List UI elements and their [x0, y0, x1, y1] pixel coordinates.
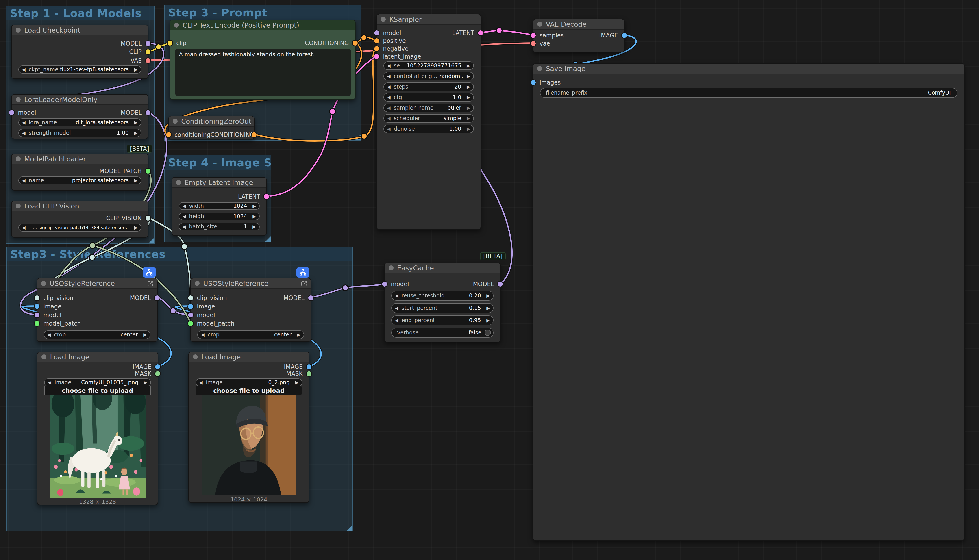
widget-decrement-arrow-icon[interactable]: ◀ [384, 73, 394, 79]
reroute-dot[interactable] [361, 133, 367, 139]
widget-increment-arrow-icon[interactable]: ▶ [249, 224, 259, 229]
node-easycache[interactable]: EasyCachemodelMODEL◀reuse_threshold0.20▶… [384, 263, 501, 342]
output-slot-IMAGE[interactable] [307, 364, 312, 369]
input-slot-vae[interactable] [531, 41, 536, 46]
widget-increment-arrow-icon[interactable]: ▶ [464, 95, 474, 100]
input-slot-model_patch[interactable] [35, 321, 40, 326]
reroute-dot[interactable] [496, 28, 502, 33]
node-lora-loader[interactable]: LoraLoaderModelOnlymodelMODEL◀lora_named… [11, 94, 148, 139]
widget-image[interactable]: ◀imageComfyUI_01035_.png▶ [44, 378, 151, 387]
node-uso-style-reference-2[interactable]: USOStyleReferenceclip_visionimagemodelmo… [190, 278, 311, 342]
node-load-checkpoint[interactable]: Load CheckpointMODELCLIPVAE◀ckpt_nameflu… [11, 25, 148, 79]
choose-file-button[interactable]: choose file to upload [44, 386, 151, 395]
node-conditioning-zero-out[interactable]: ConditioningZeroOutconditioningCONDITION… [168, 116, 255, 140]
widget-increment-arrow-icon[interactable]: ▶ [464, 73, 474, 79]
choose-file-button[interactable]: choose file to upload [195, 386, 302, 395]
node-collapse-dot[interactable] [537, 66, 542, 71]
widget-decrement-arrow-icon[interactable]: ◀ [45, 380, 55, 385]
node-collapse-dot[interactable] [173, 119, 178, 124]
node-vae-decode[interactable]: VAE DecodesamplesvaeIMAGE [533, 19, 625, 52]
widget-increment-arrow-icon[interactable]: ▶ [464, 84, 474, 90]
widget-decrement-arrow-icon[interactable]: ◀ [196, 380, 206, 385]
widget-crop[interactable]: ◀cropcenter▶ [44, 330, 150, 339]
widget-increment-arrow-icon[interactable]: ▶ [483, 293, 493, 298]
input-slot-conditioning[interactable] [166, 132, 171, 137]
toggle-knob[interactable] [485, 330, 491, 336]
output-slot-MODEL[interactable] [145, 110, 150, 115]
widget-increment-arrow-icon[interactable]: ▶ [292, 380, 302, 385]
widget-increment-arrow-icon[interactable]: ▶ [131, 178, 141, 183]
output-slot-MASK[interactable] [307, 371, 312, 376]
widget-decrement-arrow-icon[interactable]: ◀ [179, 224, 189, 229]
reroute-dot[interactable] [361, 35, 367, 40]
group-resize-handle[interactable] [347, 525, 352, 531]
output-slot-CLIP[interactable] [145, 49, 150, 54]
node-collapse-dot[interactable] [41, 281, 46, 286]
widget-decrement-arrow-icon[interactable]: ◀ [384, 126, 394, 132]
output-slot-VAE[interactable] [145, 58, 150, 63]
output-slot-MASK[interactable] [155, 371, 160, 376]
node-clip-text-encode[interactable]: CLIP Text Encode (Positive Prompt)clipCO… [170, 20, 356, 100]
node-collapse-dot[interactable] [16, 203, 21, 208]
widget-image[interactable]: ◀image0_2.png▶ [195, 378, 302, 387]
output-slot-IMAGE[interactable] [622, 33, 627, 38]
widget-width[interactable]: ◀width1024▶ [179, 202, 260, 210]
widget-sampler_name[interactable]: ◀sampler_nameeuler▶ [384, 103, 474, 112]
widget-value[interactable]: ◀... sigclip_vision_patch14_384.safetens… [18, 223, 141, 232]
input-slot-latent_image[interactable] [374, 54, 379, 59]
widget-strength_model[interactable]: ◀strength_model1.00▶ [18, 129, 141, 137]
widget-scheduler[interactable]: ◀schedulersimple▶ [384, 114, 474, 123]
input-slot-positive[interactable] [374, 38, 379, 43]
node-load-image-1[interactable]: Load ImageIMAGEMASK◀imageComfyUI_01035_.… [37, 352, 158, 505]
node-collapse-dot[interactable] [381, 17, 386, 22]
widget-decrement-arrow-icon[interactable]: ◀ [392, 293, 402, 298]
widget-decrement-arrow-icon[interactable]: ◀ [179, 213, 189, 219]
output-slot-LATENT[interactable] [478, 30, 483, 35]
node-collapse-dot[interactable] [16, 97, 21, 102]
widget-decrement-arrow-icon[interactable]: ◀ [44, 332, 54, 337]
widget-decrement-arrow-icon[interactable]: ◀ [384, 63, 394, 68]
input-slot-image[interactable] [35, 304, 40, 309]
widget-reuse_threshold[interactable]: ◀reuse_threshold0.20▶ [391, 291, 494, 301]
widget-decrement-arrow-icon[interactable]: ◀ [392, 318, 402, 323]
widget-decrement-arrow-icon[interactable]: ◀ [19, 67, 29, 72]
widget-steps[interactable]: ◀steps20▶ [384, 82, 474, 91]
input-slot-images[interactable] [531, 80, 536, 85]
node-uso-style-reference-1[interactable]: USOStyleReferenceclip_visionimagemodelmo… [37, 278, 158, 342]
node-collapse-dot[interactable] [16, 157, 21, 162]
output-slot-LATENT[interactable] [264, 194, 269, 199]
widget-decrement-arrow-icon[interactable]: ◀ [179, 203, 189, 209]
output-slot-MODEL[interactable] [309, 295, 313, 300]
output-slot-MODEL_PATCH[interactable] [145, 168, 150, 173]
widget-decrement-arrow-icon[interactable]: ◀ [198, 332, 208, 337]
widget-increment-arrow-icon[interactable]: ▶ [483, 318, 493, 323]
widget-increment-arrow-icon[interactable]: ▶ [464, 126, 474, 132]
widget-increment-arrow-icon[interactable]: ▶ [140, 380, 150, 385]
group-resize-handle[interactable] [355, 135, 360, 140]
node-load-image-2[interactable]: Load ImageIMAGEMASK◀image0_2.png▶choose … [188, 352, 309, 503]
widget-increment-arrow-icon[interactable]: ▶ [249, 203, 259, 209]
node-collapse-dot[interactable] [389, 265, 394, 270]
input-slot-model_patch[interactable] [188, 321, 193, 326]
widget-increment-arrow-icon[interactable]: ▶ [464, 105, 474, 110]
node-action-badge[interactable] [297, 267, 309, 278]
widget-increment-arrow-icon[interactable]: ▶ [140, 332, 150, 337]
widget-name[interactable]: ◀nameprojector.safetensors▶ [18, 177, 141, 185]
node-collapse-dot[interactable] [42, 355, 47, 359]
reroute-dot[interactable] [156, 44, 162, 50]
input-slot-negative[interactable] [374, 46, 379, 51]
node-empty-latent-image[interactable]: Empty Latent ImageLATENT◀width1024▶◀heig… [172, 177, 267, 236]
widget-ckpt_name[interactable]: ◀ckpt_nameflux1-dev-fp8.safetensors▶ [18, 65, 141, 73]
widget-decrement-arrow-icon[interactable]: ◀ [384, 84, 394, 90]
widget-increment-arrow-icon[interactable]: ▶ [464, 63, 474, 68]
input-slot-image[interactable] [188, 304, 193, 309]
node-collapse-dot[interactable] [176, 180, 181, 185]
input-slot-model[interactable] [35, 313, 40, 317]
expand-node-icon[interactable] [300, 280, 308, 287]
widget-cfg[interactable]: ◀cfg1.0▶ [384, 93, 474, 102]
widget-height[interactable]: ◀height1024▶ [179, 213, 260, 220]
output-slot-CONDITIONING[interactable] [252, 132, 257, 137]
input-slot-model[interactable] [188, 313, 193, 317]
widget-increment-arrow-icon[interactable]: ▶ [131, 225, 141, 230]
node-action-badge[interactable] [143, 267, 156, 278]
